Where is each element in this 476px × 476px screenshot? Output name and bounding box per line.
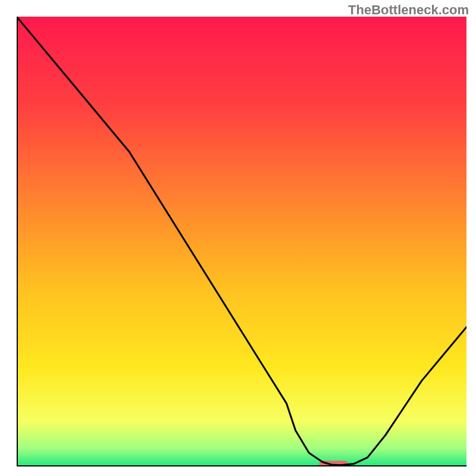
chart-background bbox=[17, 17, 466, 466]
chart-svg bbox=[17, 17, 466, 466]
watermark-label: TheBottleneck.com bbox=[348, 2, 469, 18]
chart-plot-area bbox=[17, 17, 466, 466]
